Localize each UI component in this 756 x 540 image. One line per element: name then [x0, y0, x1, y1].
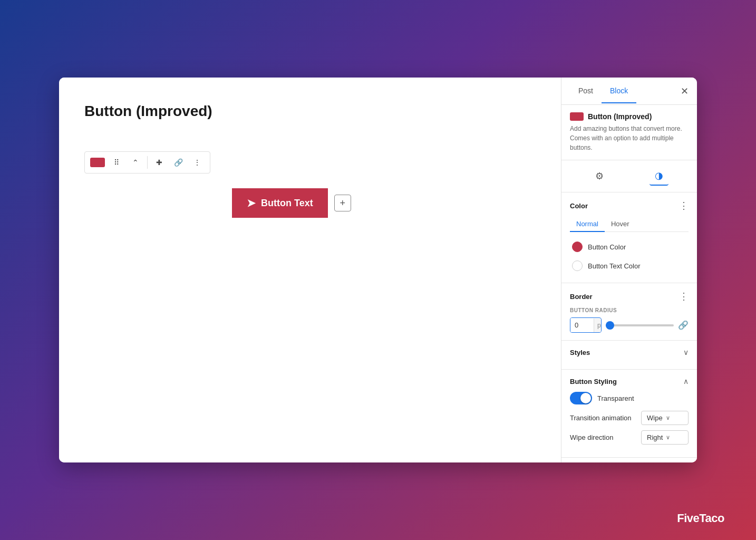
chevron-down-icon: ∨ [683, 348, 689, 356]
color-tabs: Normal Hover [570, 217, 689, 232]
button-area: ➤ Button Text + [232, 188, 536, 218]
preview-button[interactable]: ➤ Button Text [232, 188, 328, 218]
styles-section: Styles ∨ [561, 341, 697, 370]
wipe-dropdown-arrow-icon: ∨ [666, 434, 670, 441]
button-styling-section: Button Styling ∧ Transparent Transition … [561, 370, 697, 458]
tab-block[interactable]: Block [602, 79, 636, 103]
block-info-header: Button (Improved) [570, 112, 689, 121]
arrow-icon: ➤ [247, 197, 256, 209]
wipe-direction-dropdown[interactable]: Right ∨ [641, 430, 689, 445]
button-color-label: Button Color [588, 243, 626, 251]
dropdown-arrow-icon: ∨ [666, 414, 670, 421]
wipe-direction-label: Wipe direction [570, 433, 613, 441]
button-color-option[interactable]: Button Color [570, 237, 689, 256]
radius-control: px 🔗 [570, 317, 689, 333]
red-block-icon [90, 158, 105, 167]
button-text-color-label: Button Text Color [588, 262, 640, 270]
toggle-knob [580, 393, 591, 403]
brand-taco: Taco [699, 512, 724, 525]
wipe-direction-row: Wipe direction Right ∨ [570, 430, 689, 445]
outer-wrapper: Button (Improved) ⠿ ⌃ ✚ 🔗 ⋮ ➤ Button Tex… [0, 0, 756, 540]
block-description: Add amazing buttons that convert more. C… [570, 124, 689, 152]
color-tab-normal[interactable]: Normal [570, 217, 605, 232]
toolbar-more-button[interactable]: ⋮ [189, 154, 206, 171]
brand-five: Five [677, 512, 699, 525]
main-container: Button (Improved) ⠿ ⌃ ✚ 🔗 ⋮ ➤ Button Tex… [59, 78, 697, 462]
wipe-direction-value: Right [647, 433, 663, 441]
radius-label: BUTTON RADIUS [570, 307, 689, 313]
button-text-color-swatch [572, 261, 583, 271]
close-button[interactable]: ✕ [681, 85, 689, 97]
transition-dropdown[interactable]: Wipe ∨ [641, 411, 689, 425]
transparent-toggle-row: Transparent [570, 392, 689, 404]
settings-icon-btn[interactable]: ⚙ [590, 167, 609, 186]
color-section: Color ⋮ Normal Hover Button Color Button… [561, 192, 697, 283]
sidebar: Post Block ✕ Button (Improved) Add amazi… [561, 78, 697, 462]
button-styling-title: Button Styling [570, 378, 617, 385]
color-section-menu[interactable]: ⋮ [679, 200, 689, 211]
button-text-label: Button Text [261, 198, 313, 209]
tab-post[interactable]: Post [570, 79, 602, 103]
radius-unit: px [594, 319, 602, 332]
toolbar-move-arrows[interactable]: ⌃ [127, 154, 144, 171]
editor-area: Button (Improved) ⠿ ⌃ ✚ 🔗 ⋮ ➤ Button Tex… [59, 78, 561, 462]
border-section-menu[interactable]: ⋮ [679, 291, 689, 302]
toolbar-divider [147, 156, 148, 169]
block-name: Button (Improved) [588, 112, 652, 121]
color-section-title: Color [570, 202, 588, 210]
toolbar-link-button[interactable]: 🔗 [170, 154, 187, 171]
sidebar-icons-row: ⚙ ◑ [561, 160, 697, 192]
transition-label: Transition animation [570, 414, 632, 422]
chevron-up-icon: ∧ [683, 377, 689, 385]
transparent-label: Transparent [597, 394, 634, 402]
button-styling-header[interactable]: Button Styling ∧ [570, 377, 689, 385]
border-section: Border ⋮ BUTTON RADIUS px 🔗 [561, 283, 697, 341]
block-info: Button (Improved) Add amazing buttons th… [561, 105, 697, 160]
button-color-swatch [572, 242, 583, 252]
page-title: Button (Improved) [84, 103, 536, 120]
branding: FiveTaco [677, 512, 724, 525]
radius-slider[interactable] [606, 324, 674, 326]
styles-section-title: Styles [570, 349, 590, 356]
toolbar-block-icon[interactable] [89, 154, 106, 171]
toolbar-add-button[interactable]: ✚ [151, 154, 168, 171]
border-section-header: Border ⋮ [570, 291, 689, 302]
gear-icon: ⚙ [595, 170, 604, 182]
transition-value: Wipe [647, 414, 663, 422]
transition-animation-row: Transition animation Wipe ∨ [570, 411, 689, 425]
contrast-icon: ◑ [655, 170, 663, 181]
sidebar-tabs: Post Block [570, 79, 636, 103]
border-section-title: Border [570, 293, 593, 301]
button-text-color-option[interactable]: Button Text Color [570, 256, 689, 275]
styles-section-header[interactable]: Styles ∨ [570, 348, 689, 356]
toolbar-drag-handle[interactable]: ⠿ [108, 154, 125, 171]
color-tab-hover[interactable]: Hover [605, 217, 636, 232]
toolbar: ⠿ ⌃ ✚ 🔗 ⋮ [84, 151, 210, 173]
link-icon[interactable]: 🔗 [678, 320, 689, 330]
radius-input-wrapper: px [570, 317, 602, 333]
block-icon [570, 112, 584, 121]
transparent-toggle[interactable] [570, 392, 592, 404]
radius-input[interactable] [570, 318, 594, 332]
contrast-icon-btn[interactable]: ◑ [650, 167, 668, 186]
sidebar-header: Post Block ✕ [561, 78, 697, 105]
color-section-header: Color ⋮ [570, 200, 689, 211]
add-block-button[interactable]: + [334, 195, 351, 211]
